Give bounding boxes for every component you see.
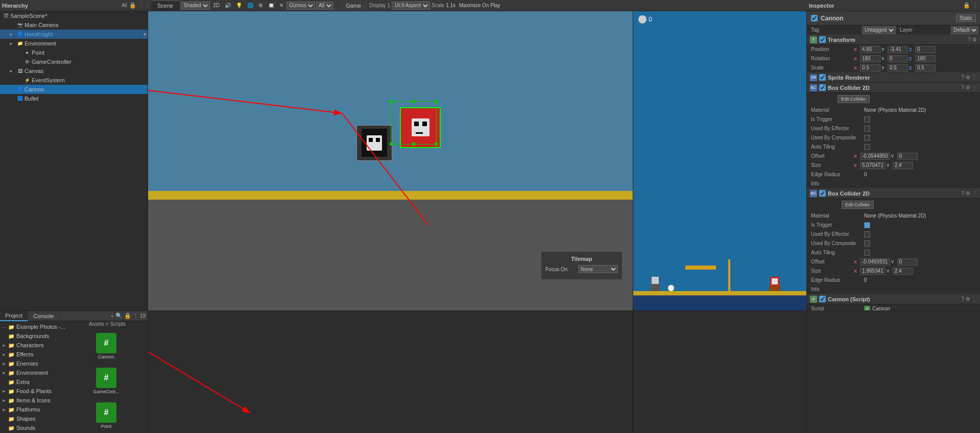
toolbar-btn-6[interactable]: ✕ <box>277 2 285 9</box>
console-tab[interactable]: Console <box>28 311 59 321</box>
bc2-effector-check[interactable] <box>864 231 870 237</box>
cannon-script-header[interactable]: # Cannon (Script) ? ⚙ ⋮ <box>807 294 980 304</box>
bc2-checkbox[interactable] <box>819 190 826 197</box>
all-select[interactable]: All <box>316 2 333 10</box>
transform-settings-btn[interactable]: ⚙ <box>972 37 977 42</box>
cs-settings-btn[interactable]: ⚙ <box>966 296 970 302</box>
cs-overflow-btn[interactable]: ⋮ <box>972 296 977 302</box>
bc2-help-btn[interactable]: ? <box>961 190 964 196</box>
bc1-size-y-val[interactable]: 2.4 <box>893 162 913 169</box>
tilemap-focus-select[interactable]: None <box>578 265 618 273</box>
folder-item-backgrounds[interactable]: 📁 Backgrounds <box>1 331 85 341</box>
project-menu-btn[interactable]: ⋮ <box>133 312 138 319</box>
toolbar-btn-5[interactable]: 🔲 <box>266 2 276 9</box>
bc1-checkbox[interactable] <box>819 84 826 91</box>
bc2-trigger-check[interactable] <box>864 222 870 228</box>
cannon-script-checkbox[interactable] <box>819 296 826 302</box>
bc1-edit-btn[interactable]: Edit Collider <box>838 95 870 103</box>
toolbar-btn-3[interactable]: 🌐 <box>245 2 255 9</box>
box-collider-2-header[interactable]: BC Box Collider 2D ? ⚙ ⋮ <box>807 188 980 199</box>
bc1-help-btn[interactable]: ? <box>961 85 964 90</box>
hierarchy-item-gamecontroller[interactable]: ⚙ GameController <box>0 57 148 66</box>
sprite-renderer-checkbox[interactable] <box>819 74 826 81</box>
folder-item-platforms[interactable]: ► 📁 Platforms <box>1 405 85 414</box>
toolbar-btn-4[interactable]: ⚙ <box>256 2 265 9</box>
toolbar-btn-1[interactable]: 🔊 <box>223 2 233 9</box>
shaded-select[interactable]: Shaded <box>181 2 210 10</box>
project-search-btn[interactable]: 🔍 <box>115 312 123 319</box>
game-tab[interactable]: Game <box>340 1 368 11</box>
bc2-overflow-btn[interactable]: ⋮ <box>972 190 977 196</box>
scale-x-val[interactable]: 0.5 <box>860 64 880 71</box>
obj-active-checkbox[interactable] <box>811 15 818 21</box>
box-collider-1-header[interactable]: BC Box Collider 2D ? ⚙ ⋮ <box>807 83 980 93</box>
inspector-lock-btn[interactable]: 🔒 <box>963 2 970 9</box>
inspector-menu-btn[interactable]: ⋮ <box>972 2 978 9</box>
hierarchy-item-point[interactable]: ● Point <box>0 48 148 57</box>
file-item-cannon[interactable]: # Cannon <box>91 331 122 362</box>
scale-y-val[interactable]: 0.5 <box>888 64 908 71</box>
sr-overflow-btn[interactable]: ⋮ <box>972 75 977 80</box>
bc1-settings-btn[interactable]: ⚙ <box>966 85 970 90</box>
hierarchy-lock-btn[interactable]: 🔒 <box>129 2 136 9</box>
project-tab[interactable]: Project <box>0 311 28 321</box>
toolbar-btn-2[interactable]: 💡 <box>234 2 244 9</box>
bc2-edit-btn[interactable]: Edit Collider <box>842 201 874 209</box>
sr-settings-btn[interactable]: ⚙ <box>966 75 970 80</box>
transform-header[interactable]: T Transform ? ⚙ <box>807 35 980 45</box>
scene-tab[interactable]: Scene <box>151 1 180 11</box>
bc1-effector-check[interactable] <box>864 126 870 132</box>
transform-checkbox[interactable] <box>819 36 826 43</box>
sprite-renderer-header[interactable]: SR Sprite Renderer ? ⚙ ⋮ <box>807 73 980 83</box>
mode-2d-btn[interactable]: 2D <box>211 2 222 9</box>
folder-item-example[interactable]: — 📁 Example Photos -... <box>1 322 85 331</box>
folder-item-enemies[interactable]: ► 📁 Enemies <box>1 359 85 368</box>
rot-x-val[interactable]: 180 <box>860 55 880 62</box>
scale-z-val[interactable]: 0.5 <box>915 64 936 71</box>
bc2-off-y-val[interactable]: 0 <box>897 258 918 266</box>
bc1-trigger-check[interactable] <box>864 116 870 123</box>
hierarchy-item-eventsystem[interactable]: ⚡ EventSystem <box>0 76 148 85</box>
layer-select[interactable]: Default <box>951 26 978 34</box>
bc1-size-x-val[interactable]: 5.070471 <box>860 162 886 169</box>
pos-z-val[interactable]: 0 <box>915 46 936 53</box>
bc2-autotiling-check[interactable] <box>864 250 870 256</box>
bc1-overflow-btn[interactable]: ⋮ <box>972 85 977 90</box>
aspect-select[interactable]: 16:9 Aspect <box>392 2 430 10</box>
scene-viewport[interactable]: Tilemap Focus On None <box>148 11 633 310</box>
bc1-autotiling-check[interactable] <box>864 144 870 150</box>
folder-item-extra[interactable]: 📁 Extra <box>1 377 85 387</box>
cs-help-btn[interactable]: ? <box>961 296 964 302</box>
folder-item-characters[interactable]: ► 📁 Characters <box>1 341 85 350</box>
rot-y-val[interactable]: 0 <box>888 55 908 62</box>
bc2-size-y-val[interactable]: 2.4 <box>893 268 913 275</box>
hierarchy-item-canvas[interactable]: ► 🖼 Canvas <box>0 66 148 76</box>
folder-item-shapes[interactable]: 📁 Shapes <box>1 414 85 423</box>
folder-item-items-icons[interactable]: ► 📁 Items & Icons <box>1 396 85 405</box>
hierarchy-item-bullet[interactable]: 🟦 Bullet <box>0 94 148 103</box>
rot-z-val[interactable]: 180 <box>915 55 936 62</box>
pos-x-val[interactable]: 4.85 <box>860 46 880 53</box>
bc1-off-y-val[interactable]: 0 <box>897 153 918 160</box>
transform-help-btn[interactable]: ? <box>968 37 971 42</box>
add-folder-btn[interactable]: + <box>110 313 113 319</box>
bc2-size-x-val[interactable]: 1.965341 <box>860 268 886 275</box>
folder-item-effects[interactable]: ► 📁 Effects <box>1 350 85 359</box>
file-item-gamecont[interactable]: # GameCont... <box>91 366 122 396</box>
hierarchy-item-heroknight[interactable]: ► 🟦 HeroKnight ► <box>0 30 148 39</box>
folder-item-food-plants[interactable]: ► 📁 Food & Plants <box>1 387 85 396</box>
bc2-off-x-val[interactable]: -0.0493931 <box>860 258 890 266</box>
tag-select[interactable]: Untagged <box>862 26 896 34</box>
hierarchy-item-camera[interactable]: 📷 Main Camera <box>0 20 148 30</box>
folder-item-sounds[interactable]: 📁 Sounds <box>1 423 85 432</box>
hierarchy-item-environment[interactable]: ► 📁 Environment <box>0 39 148 48</box>
bc1-composite-check[interactable] <box>864 135 870 141</box>
file-item-point[interactable]: # Point <box>91 400 122 431</box>
hierarchy-item[interactable]: 🎬 SampleScene* <box>0 11 148 20</box>
pos-y-val[interactable]: -3.41 <box>888 46 908 53</box>
maximize-btn[interactable]: Maximize On Play <box>457 2 503 9</box>
bc2-settings-btn[interactable]: ⚙ <box>966 190 970 196</box>
gizmos-select[interactable]: Gizmos <box>286 2 315 10</box>
folder-item-environment[interactable]: ► 📁 Environment <box>1 368 85 377</box>
project-lock-btn[interactable]: 🔒 <box>124 312 131 319</box>
